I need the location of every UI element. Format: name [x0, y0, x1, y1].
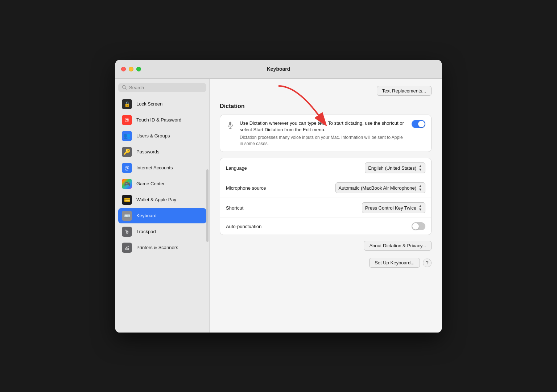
about-button-row: About Dictation & Privacy... — [220, 241, 432, 251]
autopunct-row: Auto-punctuation — [220, 218, 431, 235]
sidebar-item-label: Internet Accounts — [136, 165, 173, 170]
autopunct-toggle-container — [298, 222, 425, 230]
help-button[interactable]: ? — [423, 259, 432, 267]
game-center-icon: 🎮 — [122, 179, 132, 189]
close-button[interactable] — [121, 67, 126, 71]
language-value: English (United States) — [368, 165, 416, 171]
system-preferences-window: Keyboard 🔒 Lock Screen — [115, 60, 442, 333]
traffic-lights — [121, 67, 141, 71]
search-icon — [122, 85, 127, 90]
setup-keyboard-button[interactable]: Set Up Keyboard... — [369, 258, 420, 268]
touch-id-icon — [122, 115, 132, 125]
microphone-label: Microphone source — [226, 185, 298, 191]
language-label: Language — [226, 165, 298, 171]
main-panel: Text Replacements... Dictation — [210, 79, 442, 333]
sidebar-scrollbar — [206, 169, 209, 242]
language-value-container: English (United States) ▲ ▼ — [298, 162, 425, 173]
wallet-icon: 💳 — [122, 195, 132, 205]
dictation-description: Use Dictation wherever you can type text… — [240, 120, 407, 147]
shortcut-select[interactable]: Press Control Key Twice ▲ ▼ — [362, 202, 425, 213]
sidebar-item-touch-id[interactable]: Touch ID & Password — [118, 112, 206, 128]
sidebar: 🔒 Lock Screen Touch ID & Password 👥 User… — [115, 79, 210, 333]
microphone-row: Microphone source Automatic (MacBook Air… — [220, 178, 431, 198]
content-area: 🔒 Lock Screen Touch ID & Password 👥 User… — [115, 79, 442, 333]
shortcut-value: Press Control Key Twice — [365, 205, 416, 211]
toggle-thumb — [418, 121, 425, 127]
sidebar-item-lock-screen[interactable]: 🔒 Lock Screen — [118, 96, 206, 112]
sidebar-item-keyboard[interactable]: ⌨️ Keyboard — [118, 208, 206, 223]
language-select[interactable]: English (United States) ▲ ▼ — [365, 162, 425, 173]
dictation-settings-card: Language English (United States) ▲ ▼ — [220, 158, 432, 235]
sidebar-item-wallet[interactable]: 💳 Wallet & Apple Pay — [118, 192, 206, 207]
sidebar-item-trackpad[interactable]: 🖱 Trackpad — [118, 224, 206, 239]
sidebar-item-label: Lock Screen — [136, 101, 162, 107]
microphone-select[interactable]: Automatic (MacBook Air Microphone) ▲ ▼ — [335, 182, 426, 193]
text-replacements-button[interactable]: Text Replacements... — [377, 86, 432, 96]
passwords-icon: 🔑 — [122, 147, 132, 157]
keyboard-icon: ⌨️ — [122, 211, 132, 221]
sidebar-item-label: Users & Groups — [136, 133, 170, 139]
sidebar-item-internet-accounts[interactable]: @ Internet Accounts — [118, 160, 206, 176]
sidebar-item-label: Wallet & Apple Pay — [136, 197, 176, 202]
shortcut-row: Shortcut Press Control Key Twice ▲ ▼ — [220, 198, 431, 218]
top-bar: Text Replacements... — [220, 86, 432, 96]
sidebar-item-label: Trackpad — [136, 229, 156, 234]
dictation-toggle[interactable] — [412, 120, 425, 128]
dictation-row: Use Dictation wherever you can type text… — [220, 115, 431, 152]
about-dictation-button[interactable]: About Dictation & Privacy... — [364, 241, 432, 251]
sidebar-item-label: Passwords — [136, 149, 160, 154]
window-title: Keyboard — [267, 66, 290, 72]
lock-screen-icon: 🔒 — [122, 99, 132, 109]
users-groups-icon: 👥 — [122, 131, 132, 141]
search-input[interactable] — [129, 85, 203, 90]
dictation-section-title: Dictation — [220, 103, 432, 110]
sidebar-item-printers[interactable]: 🖨 Printers & Scanners — [118, 240, 206, 255]
chevron-updown-icon: ▲ ▼ — [418, 164, 422, 172]
dictation-toggle-container — [412, 120, 425, 128]
trackpad-icon: 🖱 — [122, 227, 132, 237]
printers-icon: 🖨 — [122, 243, 132, 253]
chevron-updown-icon: ▲ ▼ — [418, 204, 422, 211]
internet-accounts-icon: @ — [122, 163, 132, 173]
minimize-button[interactable] — [129, 67, 133, 71]
shortcut-value-container: Press Control Key Twice ▲ ▼ — [298, 202, 425, 213]
titlebar: Keyboard — [115, 60, 442, 79]
language-row: Language English (United States) ▲ ▼ — [220, 158, 431, 178]
search-bar[interactable] — [118, 83, 206, 92]
shortcut-label: Shortcut — [226, 205, 298, 211]
bottom-bar: Set Up Keyboard... ? — [220, 258, 432, 268]
sidebar-item-label: Touch ID & Password — [136, 117, 181, 123]
sidebar-item-users-groups[interactable]: 👥 Users & Groups — [118, 128, 206, 144]
sidebar-item-label: Printers & Scanners — [136, 245, 178, 250]
dictation-card: Use Dictation wherever you can type text… — [220, 115, 432, 152]
microphone-value: Automatic (MacBook Air Microphone) — [339, 185, 417, 191]
maximize-button[interactable] — [136, 67, 141, 71]
autopunct-toggle[interactable] — [412, 222, 425, 230]
bottom-right: Set Up Keyboard... ? — [369, 258, 432, 268]
chevron-updown-icon: ▲ ▼ — [418, 184, 422, 191]
sidebar-item-game-center[interactable]: 🎮 Game Center — [118, 176, 206, 191]
sidebar-item-passwords[interactable]: 🔑 Passwords — [118, 144, 206, 160]
main-content: Text Replacements... Dictation — [210, 79, 442, 275]
autopunct-label: Auto-punctuation — [226, 224, 298, 229]
toggle-thumb — [412, 223, 419, 230]
svg-rect-4 — [229, 121, 231, 125]
sidebar-item-label: Keyboard — [136, 213, 157, 218]
microphone-value-container: Automatic (MacBook Air Microphone) ▲ ▼ — [298, 182, 425, 193]
sidebar-item-label: Game Center — [136, 181, 165, 186]
microphone-icon — [226, 121, 235, 129]
svg-line-1 — [125, 88, 127, 90]
